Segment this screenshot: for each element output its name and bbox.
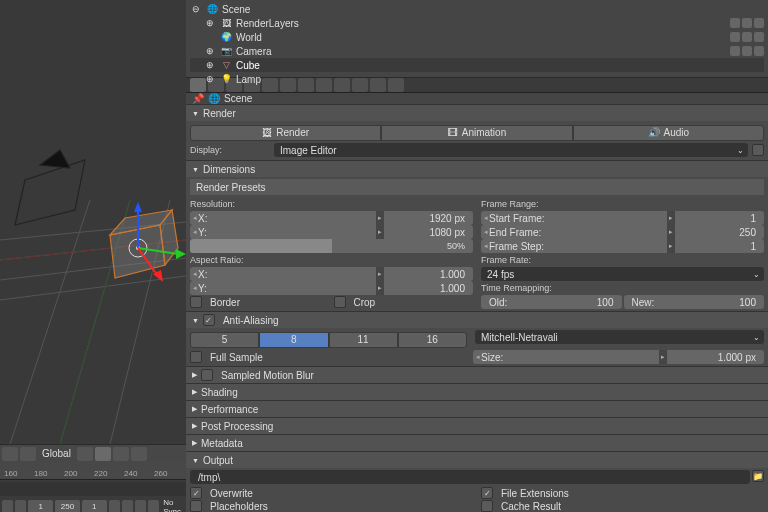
breadcrumb-label: Scene bbox=[224, 93, 252, 104]
timeline: 160 180 200 220 240 260 1 250 1 No Sync bbox=[0, 462, 186, 512]
render-button[interactable]: 🖼Render bbox=[190, 125, 381, 141]
visibility-icon[interactable] bbox=[730, 18, 740, 28]
file-extensions-checkbox[interactable] bbox=[481, 487, 493, 499]
frame-step-field[interactable]: ◂Frame Step:1▸ bbox=[481, 239, 764, 253]
file-browser-icon[interactable]: 📁 bbox=[752, 470, 764, 482]
outliner-item[interactable]: Camera bbox=[236, 46, 272, 57]
panel-header-shading[interactable]: ▶Shading bbox=[186, 384, 768, 400]
outliner-item[interactable]: Lamp bbox=[236, 74, 261, 85]
aa-8-button[interactable]: 8 bbox=[259, 332, 328, 348]
properties-editor: 📌🌐Scene ▼Render 🖼Render 🎞Animation 🔊Audi… bbox=[186, 78, 768, 512]
full-sample-checkbox[interactable] bbox=[190, 351, 202, 363]
sync-mode[interactable]: No Sync bbox=[161, 498, 184, 512]
end-frame-field[interactable]: ◂End Frame:250▸ bbox=[481, 225, 764, 239]
aa-16-button[interactable]: 16 bbox=[398, 332, 467, 348]
play-reverse-icon[interactable] bbox=[135, 500, 146, 512]
outliner-item[interactable]: Cube bbox=[236, 60, 260, 71]
remap-new-field[interactable]: New:100 bbox=[624, 295, 765, 309]
start-frame-field[interactable]: 1 bbox=[28, 500, 53, 512]
antialiasing-checkbox[interactable] bbox=[203, 314, 215, 326]
expand-icon[interactable]: ⊕ bbox=[204, 59, 216, 71]
resolution-percentage[interactable]: 50% bbox=[190, 239, 473, 253]
panel-header-dimensions[interactable]: ▼Dimensions bbox=[186, 161, 768, 177]
aa-5-button[interactable]: 5 bbox=[190, 332, 259, 348]
outliner[interactable]: ⊖🌐Scene ⊕🖼RenderLayers 🌍World ⊕📷Camera ⊕… bbox=[186, 0, 768, 78]
aa-11-button[interactable]: 11 bbox=[329, 332, 398, 348]
panel-header-output[interactable]: ▼Output bbox=[186, 452, 768, 468]
panel-header-motion-blur[interactable]: ▶Sampled Motion Blur bbox=[186, 367, 768, 383]
panel-header-metadata[interactable]: ▶Metadata bbox=[186, 435, 768, 451]
filter-size-field[interactable]: ◂Size:1.000 px▸ bbox=[473, 350, 764, 364]
render-presets-dropdown[interactable]: Render Presets bbox=[190, 179, 764, 195]
audio-button[interactable]: 🔊Audio bbox=[573, 125, 764, 141]
play-icon[interactable] bbox=[148, 500, 159, 512]
scene-icon: 🌐 bbox=[206, 3, 218, 15]
world-icon: 🌍 bbox=[220, 31, 232, 43]
motion-blur-checkbox[interactable] bbox=[201, 369, 213, 381]
renderable-icon[interactable] bbox=[754, 18, 764, 28]
expand-icon[interactable]: ⊕ bbox=[204, 45, 216, 57]
orientation-label[interactable]: Global bbox=[38, 448, 75, 459]
restriction-toggles bbox=[730, 18, 764, 60]
manipulator-scale-icon[interactable] bbox=[131, 447, 147, 461]
viewport-header: Global bbox=[0, 444, 186, 462]
renderlayers-icon: 🖼 bbox=[220, 17, 232, 29]
mode-icon[interactable] bbox=[20, 447, 36, 461]
selectable-icon[interactable] bbox=[742, 18, 752, 28]
framerate-dropdown[interactable]: 24 fps bbox=[481, 267, 764, 281]
panel-header-antialiasing[interactable]: ▼Anti-Aliasing bbox=[186, 312, 768, 328]
pin-icon[interactable]: 📌 bbox=[192, 93, 204, 104]
display-dropdown[interactable]: Image Editor bbox=[274, 143, 748, 157]
end-frame-field[interactable]: 250 bbox=[55, 500, 80, 512]
svg-line-2 bbox=[0, 276, 186, 300]
outliner-item[interactable]: RenderLayers bbox=[236, 18, 299, 29]
expand-icon[interactable]: ⊕ bbox=[204, 17, 216, 29]
collapse-icon[interactable]: ⊖ bbox=[190, 3, 202, 15]
svg-line-4 bbox=[10, 200, 90, 444]
outliner-item[interactable]: World bbox=[236, 32, 262, 43]
resolution-x-field[interactable]: ◂X:1920 px▸ bbox=[190, 211, 473, 225]
scene-icon: 🌐 bbox=[208, 93, 220, 104]
timeline-ruler[interactable]: 160 180 200 220 240 260 bbox=[0, 462, 186, 480]
resolution-y-field[interactable]: ◂Y:1080 px▸ bbox=[190, 225, 473, 239]
output-path-field[interactable]: /tmp\ bbox=[190, 470, 750, 484]
disclosure-icon: ▼ bbox=[192, 110, 199, 117]
manipulator-translate-icon[interactable] bbox=[95, 447, 111, 461]
3d-viewport[interactable] bbox=[0, 0, 186, 444]
expand-icon[interactable]: ⊕ bbox=[204, 73, 216, 85]
timeline-track[interactable] bbox=[0, 482, 186, 496]
aspect-x-field[interactable]: ◂X:1.000▸ bbox=[190, 267, 473, 281]
aspect-y-field[interactable]: ◂Y:1.000▸ bbox=[190, 281, 473, 295]
animation-button[interactable]: 🎞Animation bbox=[381, 125, 572, 141]
current-frame-field[interactable]: 1 bbox=[82, 500, 107, 512]
lamp-icon: 💡 bbox=[220, 73, 232, 85]
remap-old-field[interactable]: Old:100 bbox=[481, 295, 622, 309]
start-frame-field[interactable]: ◂Start Frame:1▸ bbox=[481, 211, 764, 225]
placeholders-checkbox[interactable] bbox=[190, 500, 202, 512]
border-checkbox[interactable] bbox=[190, 296, 202, 308]
aa-filter-dropdown[interactable]: Mitchell-Netravali bbox=[475, 330, 764, 344]
camera-icon: 📷 bbox=[220, 45, 232, 57]
mesh-icon: ▽ bbox=[220, 59, 232, 71]
play-back-icon[interactable] bbox=[15, 500, 26, 512]
jump-start-icon[interactable] bbox=[109, 500, 120, 512]
editor-type-icon[interactable] bbox=[2, 500, 13, 512]
panel-header-post-processing[interactable]: ▶Post Processing bbox=[186, 418, 768, 434]
panel-header-render[interactable]: ▼Render bbox=[186, 105, 768, 121]
cache-result-checkbox[interactable] bbox=[481, 500, 493, 512]
manipulator-icon[interactable] bbox=[77, 447, 93, 461]
editor-type-icon[interactable] bbox=[2, 447, 18, 461]
prev-key-icon[interactable] bbox=[122, 500, 133, 512]
manipulator-rotate-icon[interactable] bbox=[113, 447, 129, 461]
overwrite-checkbox[interactable] bbox=[190, 487, 202, 499]
lock-icon[interactable] bbox=[752, 144, 764, 156]
preset-add-icon[interactable] bbox=[748, 181, 760, 193]
crop-checkbox[interactable] bbox=[334, 296, 346, 308]
panel-header-performance[interactable]: ▶Performance bbox=[186, 401, 768, 417]
scene-label[interactable]: Scene bbox=[222, 4, 250, 15]
